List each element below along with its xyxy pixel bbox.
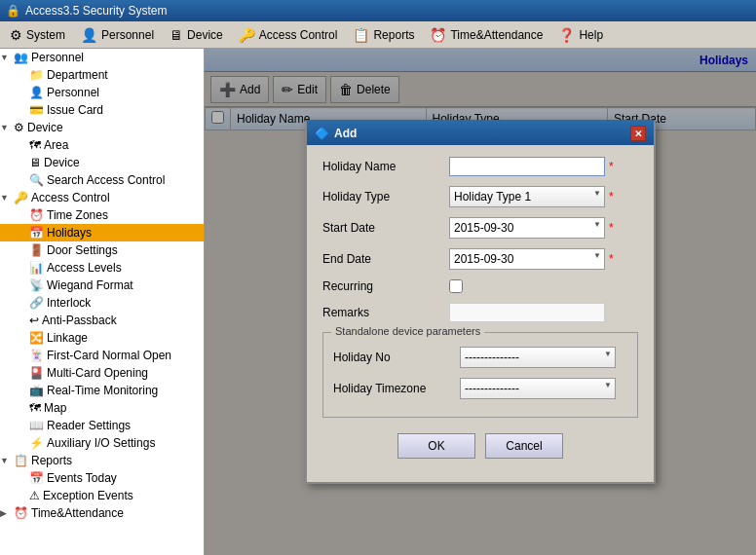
dialog-close-button[interactable]: ✕ (630, 126, 646, 141)
time-zones-label: Time Zones (47, 208, 108, 222)
area-icon: 🗺 (29, 138, 41, 152)
holiday-timezone-select-wrapper: -------------- (460, 378, 616, 399)
sidebar-item-exception-events[interactable]: ⚠ Exception Events (0, 487, 204, 504)
sidebar-item-access-control-group[interactable]: ▼ 🔑 Access Control (0, 189, 204, 206)
department-icon: 📁 (29, 68, 44, 82)
dialog-overlay: 🔷 Add ✕ Holiday Name * (205, 49, 756, 555)
time-attendance-group-icon: ⏰ (14, 506, 28, 520)
menu-personnel[interactable]: 👤 Personnel (73, 21, 162, 48)
menu-access-control[interactable]: 🔑 Access Control (231, 21, 346, 48)
real-time-label: Real-Time Monitoring (47, 384, 158, 397)
menu-time-attendance[interactable]: ⏰ Time&Attendance (422, 21, 550, 48)
personnel-label: Personnel (47, 86, 99, 99)
device-icon: 🖥 (170, 27, 183, 43)
sidebar-item-interlock[interactable]: 🔗 Interlock (0, 294, 204, 312)
holidays-label: Holidays (47, 226, 92, 240)
reports-group-label: Reports (31, 454, 72, 467)
exception-events-icon: ⚠ (29, 489, 40, 502)
anti-passback-icon: ↩ (29, 314, 39, 327)
holiday-timezone-select[interactable]: -------------- (460, 378, 616, 399)
sidebar-item-department[interactable]: 📁 Department (0, 66, 204, 84)
end-date-control: * (449, 248, 638, 270)
sidebar-item-personnel[interactable]: 👤 Personnel (0, 84, 204, 101)
ok-button[interactable]: OK (397, 433, 475, 459)
menu-system[interactable]: ⚙ System (2, 21, 73, 48)
sidebar-item-anti-passback[interactable]: ↩ Anti-Passback (0, 312, 204, 329)
sidebar-item-area[interactable]: 🗺 Area (0, 136, 204, 154)
sidebar-item-personnel-group[interactable]: ▼ 👥 Personnel (0, 49, 204, 66)
remarks-label: Remarks (322, 306, 449, 319)
sidebar-item-time-attendance-group[interactable]: ▶ ⏰ Time&Attendance (0, 504, 204, 522)
multi-card-label: Multi-Card Opening (47, 366, 148, 380)
sidebar-item-first-card[interactable]: 🃏 First-Card Normal Open (0, 347, 204, 364)
sidebar-item-map[interactable]: 🗺 Map (0, 399, 204, 417)
start-date-input[interactable] (449, 217, 605, 239)
dialog-buttons: OK Cancel (322, 427, 638, 470)
sidebar-item-real-time[interactable]: 📺 Real-Time Monitoring (0, 382, 204, 399)
sidebar-item-search-access-control[interactable]: 🔍 Search Access Control (0, 171, 204, 189)
menu-system-label: System (26, 28, 65, 42)
interlock-icon: 🔗 (29, 296, 44, 310)
sidebar-item-door-settings[interactable]: 🚪 Door Settings (0, 241, 204, 259)
sidebar-item-auxiliary-io[interactable]: ⚡ Auxiliary I/O Settings (0, 434, 204, 452)
time-attendance-icon: ⏰ (430, 27, 446, 43)
app-icon: 🔒 (6, 4, 20, 18)
sidebar-item-access-levels[interactable]: 📊 Access Levels (0, 259, 204, 277)
holiday-type-select[interactable]: Holiday Type 1 Holiday Type 2 Holiday Ty… (449, 186, 605, 207)
holiday-type-label: Holiday Type (322, 190, 449, 204)
sidebar: ▼ 👥 Personnel 📁 Department 👤 Personnel 💳… (0, 49, 205, 555)
search-icon: 🔍 (29, 173, 44, 187)
holiday-name-input[interactable] (449, 157, 605, 176)
menu-device[interactable]: 🖥 Device (162, 21, 231, 48)
expander-icon: ▼ (0, 123, 14, 132)
menu-help[interactable]: ❓ Help (550, 21, 611, 48)
expander-icon: ▼ (0, 53, 14, 62)
sidebar-item-wiegand-format[interactable]: 📡 Wiegand Format (0, 277, 204, 294)
multi-card-icon: 🎴 (29, 366, 44, 380)
dialog-body: Holiday Name * Holiday Type Holiday (307, 145, 654, 482)
sidebar-item-multi-card[interactable]: 🎴 Multi-Card Opening (0, 364, 204, 382)
sidebar-item-reader-settings[interactable]: 📖 Reader Settings (0, 417, 204, 434)
holiday-no-select[interactable]: -------------- (460, 347, 616, 368)
recurring-row: Recurring (322, 279, 638, 293)
menu-device-label: Device (187, 28, 223, 42)
events-today-icon: 📅 (29, 471, 44, 485)
exception-events-label: Exception Events (43, 489, 133, 502)
holiday-no-row: Holiday No -------------- (333, 347, 627, 368)
menu-bar: ⚙ System 👤 Personnel 🖥 Device 🔑 Access C… (0, 21, 756, 49)
wiegand-icon: 📡 (29, 278, 44, 292)
time-attendance-group-label: Time&Attendance (31, 506, 124, 520)
app-title: Access3.5 Security System (25, 4, 167, 18)
access-levels-icon: 📊 (29, 261, 44, 275)
sidebar-item-linkage[interactable]: 🔀 Linkage (0, 329, 204, 347)
device-group-label: Device (27, 121, 63, 134)
expander-icon: ▶ (0, 508, 14, 518)
required-star-end: * (609, 252, 614, 266)
recurring-label: Recurring (322, 279, 449, 293)
required-star-type: * (609, 190, 614, 204)
holiday-name-row: Holiday Name * (322, 157, 638, 176)
required-star-start: * (609, 221, 614, 235)
search-access-control-label: Search Access Control (47, 173, 165, 187)
device-label: Device (44, 156, 80, 169)
sidebar-item-reports-group[interactable]: ▼ 📋 Reports (0, 452, 204, 469)
title-bar: 🔒 Access3.5 Security System (0, 0, 756, 21)
sidebar-item-time-zones[interactable]: ⏰ Time Zones (0, 206, 204, 224)
sidebar-item-events-today[interactable]: 📅 Events Today (0, 469, 204, 487)
device-group-icon: ⚙ (14, 121, 24, 134)
recurring-checkbox[interactable] (449, 279, 463, 293)
access-control-group-label: Access Control (31, 191, 110, 204)
real-time-icon: 📺 (29, 384, 44, 397)
recurring-control (449, 279, 638, 293)
menu-reports[interactable]: 📋 Reports (345, 21, 422, 48)
remarks-input[interactable] (449, 303, 605, 322)
end-date-input[interactable] (449, 248, 605, 270)
sidebar-item-issue-card[interactable]: 💳 Issue Card (0, 101, 204, 119)
system-icon: ⚙ (10, 27, 22, 43)
sidebar-item-device[interactable]: 🖥 Device (0, 154, 204, 171)
personnel-icon: 👤 (81, 27, 97, 43)
sidebar-item-device-group[interactable]: ▼ ⚙ Device (0, 119, 204, 136)
required-star-name: * (609, 160, 614, 173)
cancel-button[interactable]: Cancel (485, 433, 563, 459)
sidebar-item-holidays[interactable]: 📅 Holidays (0, 224, 204, 241)
